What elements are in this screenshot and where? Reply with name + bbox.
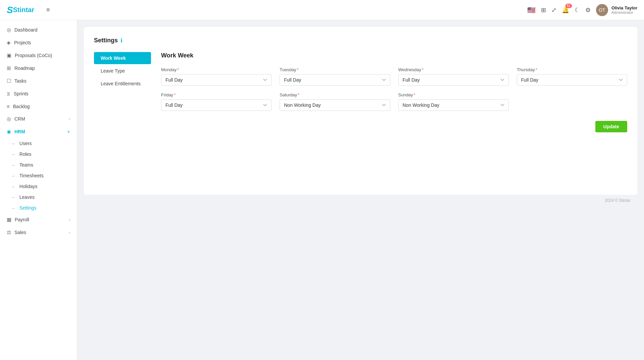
- sidebar-sub-item-teams[interactable]: – Teams: [0, 160, 77, 170]
- fullscreen-icon[interactable]: ⤢: [551, 6, 556, 14]
- sales-icon: ⚖: [7, 229, 11, 235]
- logo: S Stintar: [7, 5, 34, 15]
- payroll-icon: ▦: [7, 217, 11, 223]
- avatar: OT: [596, 4, 608, 16]
- update-button[interactable]: Update: [595, 121, 627, 132]
- sub-label: Users: [19, 141, 32, 146]
- sub-label: Teams: [19, 162, 33, 168]
- sidebar-item-sprints[interactable]: ⧖ Sprints: [0, 87, 77, 100]
- saturday-select[interactable]: Full Day Half Day Non Working Day: [280, 99, 390, 111]
- sidebar-item-label: Sprints: [14, 91, 29, 96]
- theme-icon[interactable]: ☾: [575, 6, 580, 14]
- tuesday-select[interactable]: Full Day Half Day Non Working Day: [280, 74, 390, 86]
- day-group-sunday: Sunday* Full Day Half Day Non Working Da…: [398, 92, 509, 111]
- settings-layout: Work Week Leave Type Leave Entitlements …: [94, 52, 627, 132]
- day-group-friday: Friday* Full Day Half Day Non Working Da…: [161, 92, 271, 111]
- day-group-thursday: Thursday* Full Day Half Day Non Working …: [517, 67, 627, 86]
- sidebar-item-label: HRM: [14, 129, 25, 134]
- sidebar-item-payroll[interactable]: ▦ Payroll ›: [0, 213, 77, 226]
- tuesday-label: Tuesday*: [280, 67, 390, 72]
- wednesday-label: Wednesday*: [398, 67, 509, 72]
- sidebar-item-roadmap[interactable]: ⊞ Roadmap: [0, 62, 77, 75]
- header-left: S Stintar ≡: [7, 5, 50, 15]
- sprints-icon: ⧖: [7, 91, 10, 97]
- sidebar-sub-item-roles[interactable]: – Roles: [0, 149, 77, 160]
- hamburger-button[interactable]: ≡: [46, 6, 50, 13]
- sidebar-item-crm[interactable]: ◎ CRM ›: [0, 113, 77, 125]
- info-icon[interactable]: ℹ: [120, 37, 122, 44]
- user-role: Administrator: [611, 10, 637, 14]
- page-card: Settings ℹ Work Week Leave Type Leave En…: [84, 27, 637, 195]
- sidebar-sub-item-settings[interactable]: – Settings: [0, 203, 77, 213]
- sub-label: Roles: [19, 151, 32, 157]
- sidebar-item-proposals[interactable]: ▣ Proposals (CoCo): [0, 49, 77, 62]
- sidebar-sub-item-timesheets[interactable]: – Timesheets: [0, 170, 77, 181]
- footer-text: 2024 © Stintar: [605, 198, 631, 203]
- friday-label: Friday*: [161, 92, 271, 97]
- update-btn-row: Update: [161, 121, 627, 132]
- sub-label: Settings: [19, 205, 37, 211]
- apps-icon[interactable]: ⊞: [541, 6, 546, 14]
- sidebar-item-label: Roadmap: [14, 65, 35, 71]
- sidebar-item-label: Tasks: [14, 78, 27, 84]
- monday-label: Monday*: [161, 67, 271, 72]
- user-info: Olivia Taylor Administrator: [611, 5, 637, 14]
- settings-icon[interactable]: ⚙: [585, 6, 591, 14]
- chevron-right-icon: ›: [69, 217, 70, 222]
- sidebar-item-label: Dashboard: [14, 27, 38, 33]
- logo-text: Stintar: [13, 6, 34, 14]
- thursday-select[interactable]: Full Day Half Day Non Working Day: [517, 74, 627, 86]
- notification-icon[interactable]: 🔔 52: [562, 6, 569, 14]
- settings-content: Work Week Monday* Full Day Half Day Non …: [151, 52, 627, 132]
- tab-leave-type[interactable]: Leave Type: [94, 65, 151, 77]
- proposals-icon: ▣: [7, 52, 11, 58]
- chevron-down-icon: ∨: [67, 129, 70, 134]
- page-header: Settings ℹ: [94, 37, 627, 44]
- header: S Stintar ≡ 🇺🇸 ⊞ ⤢ 🔔 52 ☾ ⚙ OT Olivia Ta…: [0, 0, 644, 20]
- sidebar-sub-item-users[interactable]: – Users: [0, 138, 77, 149]
- chevron-right-icon: ›: [69, 230, 70, 235]
- sidebar-item-label: Payroll: [15, 217, 29, 222]
- thursday-label: Thursday*: [517, 67, 627, 72]
- sidebar-item-label: Proposals (CoCo): [15, 53, 52, 58]
- sub-label: Holidays: [19, 184, 38, 189]
- saturday-label: Saturday*: [280, 92, 390, 97]
- hrm-icon: ◉: [7, 129, 11, 135]
- chevron-right-icon: ›: [69, 117, 70, 121]
- sub-label: Timesheets: [19, 173, 44, 178]
- section-title: Work Week: [161, 52, 627, 59]
- sidebar-item-projects[interactable]: ◈ Projects: [0, 36, 77, 49]
- flag-icon[interactable]: 🇺🇸: [527, 6, 536, 14]
- sidebar-sub-item-holidays[interactable]: – Holidays: [0, 181, 77, 192]
- sunday-select[interactable]: Full Day Half Day Non Working Day: [398, 99, 509, 111]
- notification-badge: 52: [565, 4, 572, 8]
- sidebar-item-sales[interactable]: ⚖ Sales ›: [0, 226, 77, 239]
- sidebar-item-backlog[interactable]: ≡ Backlog: [0, 100, 77, 113]
- friday-select[interactable]: Full Day Half Day Non Working Day: [161, 99, 271, 111]
- user-area[interactable]: OT Olivia Taylor Administrator: [596, 4, 637, 16]
- header-right: 🇺🇸 ⊞ ⤢ 🔔 52 ☾ ⚙ OT Olivia Taylor Adminis…: [527, 4, 637, 16]
- day-group-monday: Monday* Full Day Half Day Non Working Da…: [161, 67, 271, 86]
- sidebar-item-dashboard[interactable]: ◎ Dashboard: [0, 24, 77, 36]
- sidebar-item-hrm[interactable]: ◉ HRM ∨: [0, 125, 77, 138]
- tasks-icon: ☐: [7, 78, 11, 84]
- sidebar-item-label: Sales: [14, 230, 26, 235]
- dashboard-icon: ◎: [7, 27, 11, 33]
- sidebar-item-label: Projects: [14, 40, 31, 45]
- crm-icon: ◎: [7, 116, 11, 122]
- day-group-wednesday: Wednesday* Full Day Half Day Non Working…: [398, 67, 509, 86]
- wednesday-select[interactable]: Full Day Half Day Non Working Day: [398, 74, 509, 86]
- day-group-tuesday: Tuesday* Full Day Half Day Non Working D…: [280, 67, 390, 86]
- sunday-label: Sunday*: [398, 92, 509, 97]
- sidebar-item-tasks[interactable]: ☐ Tasks: [0, 75, 77, 87]
- sub-label: Leaves: [19, 194, 35, 200]
- tab-leave-entitlements[interactable]: Leave Entitlements: [94, 78, 151, 90]
- footer: 2024 © Stintar: [84, 195, 637, 206]
- projects-icon: ◈: [7, 40, 11, 46]
- tab-work-week[interactable]: Work Week: [94, 52, 151, 64]
- sidebar-sub-item-leaves[interactable]: – Leaves: [0, 192, 77, 203]
- sidebar: ◎ Dashboard ◈ Projects ▣ Proposals (CoCo…: [0, 20, 77, 360]
- monday-select[interactable]: Full Day Half Day Non Working Day: [161, 74, 271, 86]
- day-group-saturday: Saturday* Full Day Half Day Non Working …: [280, 92, 390, 111]
- settings-sidebar: Work Week Leave Type Leave Entitlements: [94, 52, 151, 132]
